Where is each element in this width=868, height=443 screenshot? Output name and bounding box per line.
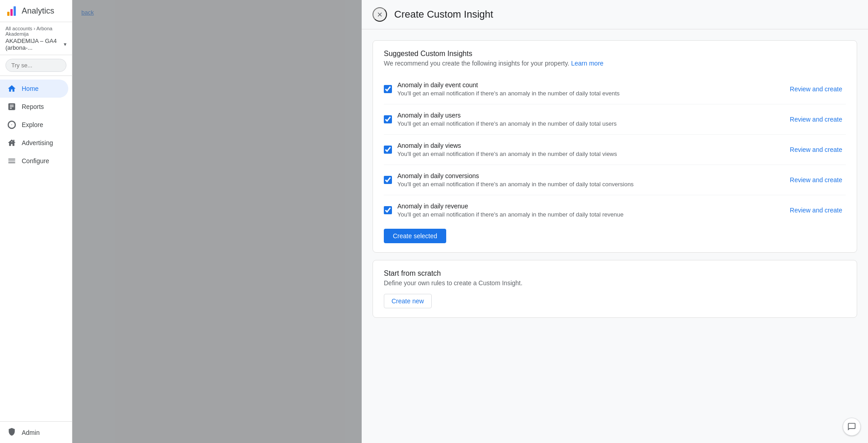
app-title: Analytics [22, 6, 54, 16]
explore-icon [7, 120, 16, 129]
svg-rect-2 [14, 6, 16, 16]
admin-button[interactable]: Admin [7, 427, 65, 438]
search-bar [0, 55, 72, 76]
review-create-btn-event-count[interactable]: Review and create [786, 84, 846, 94]
dialog-panel: × Create Custom Insight Suggested Custom… [362, 0, 868, 443]
dropdown-icon[interactable]: ▾ [64, 41, 66, 47]
review-create-btn-revenue[interactable]: Review and create [786, 205, 846, 216]
home-icon [7, 84, 16, 93]
nav-label-explore: Explore [22, 121, 43, 128]
scratch-desc: Define your own rules to create a Custom… [384, 279, 846, 287]
configure-icon [7, 156, 16, 165]
advertising-icon [7, 138, 16, 147]
insight-checkbox-revenue[interactable] [384, 206, 392, 214]
search-input[interactable] [5, 59, 66, 72]
insight-info-conversions: Anomaly in daily conversions You'll get … [397, 172, 781, 188]
property-row[interactable]: AKADEMIJA – GA4 (arbona-... ▾ [5, 38, 66, 51]
sidebar-header: Analytics [0, 0, 72, 22]
review-create-btn-users[interactable]: Review and create [786, 114, 846, 125]
create-selected-button[interactable]: Create selected [384, 229, 446, 243]
insight-info-event-count: Anomaly in daily event count You'll get … [397, 81, 781, 97]
insight-name-conversions: Anomaly in daily conversions [397, 172, 781, 179]
admin-icon [7, 427, 16, 438]
account-info[interactable]: All accounts › Arbona Akademija AKADEMIJ… [0, 22, 72, 55]
analytics-logo [5, 5, 18, 17]
dialog-body: Suggested Custom Insights We recommend y… [362, 29, 868, 329]
insight-desc-event-count: You'll get an email notification if ther… [397, 90, 781, 97]
insight-row-conversions: Anomaly in daily conversions You'll get … [384, 165, 846, 195]
insight-row-revenue: Anomaly in daily revenue You'll get an e… [384, 195, 846, 225]
insight-name-views: Anomaly in daily views [397, 142, 781, 149]
insight-name-event-count: Anomaly in daily event count [397, 81, 781, 89]
scratch-card: Start from scratch Define your own rules… [373, 260, 857, 318]
sidebar-item-reports[interactable]: Reports [0, 98, 68, 116]
admin-label: Admin [22, 429, 40, 436]
nav-menu: Home Reports Explore Advertising Configu… [0, 76, 72, 421]
sidebar-item-home[interactable]: Home [0, 80, 68, 98]
suggested-card-title: Suggested Custom Insights [384, 50, 846, 58]
sidebar: Analytics All accounts › Arbona Akademij… [0, 0, 72, 443]
insight-info-views: Anomaly in daily views You'll get an ema… [397, 142, 781, 157]
sidebar-bottom: Admin [0, 421, 72, 443]
insight-name-users: Anomaly in daily users [397, 112, 781, 119]
dialog-title: Create Custom Insight [394, 9, 493, 20]
insight-row-event-count: Anomaly in daily event count You'll get … [384, 74, 846, 104]
feedback-icon [847, 422, 856, 431]
insight-checkbox-conversions[interactable] [384, 176, 392, 184]
account-name-label: All accounts › Arbona Akademija [5, 26, 66, 37]
suggested-card-subtitle: We recommend you create the following in… [384, 60, 846, 67]
svg-rect-0 [7, 12, 9, 16]
insight-checkbox-users[interactable] [384, 115, 392, 123]
insight-desc-revenue: You'll get an email notification if ther… [397, 211, 781, 218]
feedback-button[interactable] [843, 418, 861, 436]
dialog-container: × Create Custom Insight Suggested Custom… [72, 0, 868, 443]
insight-desc-views: You'll get an email notification if ther… [397, 151, 781, 157]
review-create-btn-views[interactable]: Review and create [786, 144, 846, 155]
dialog-close-button[interactable]: × [373, 7, 387, 22]
insight-name-revenue: Anomaly in daily revenue [397, 203, 781, 210]
dialog-header: × Create Custom Insight [362, 0, 868, 29]
insight-row-views: Anomaly in daily views You'll get an ema… [384, 135, 846, 165]
scratch-title: Start from scratch [384, 269, 846, 278]
insight-checkbox-event-count[interactable] [384, 85, 392, 93]
insight-info-revenue: Anomaly in daily revenue You'll get an e… [397, 203, 781, 218]
insight-info-users: Anomaly in daily users You'll get an ema… [397, 112, 781, 127]
sidebar-item-advertising[interactable]: Advertising [0, 134, 68, 152]
insight-desc-conversions: You'll get an email notification if ther… [397, 181, 781, 188]
insight-list: Anomaly in daily event count You'll get … [384, 74, 846, 225]
sidebar-item-configure[interactable]: Configure [0, 152, 68, 170]
create-new-button[interactable]: Create new [384, 294, 432, 308]
reports-icon [7, 102, 16, 111]
property-name: AKADEMIJA – GA4 (arbona-... [5, 38, 62, 51]
insight-checkbox-views[interactable] [384, 146, 392, 154]
learn-more-link[interactable]: Learn more [571, 60, 604, 67]
suggested-insights-card: Suggested Custom Insights We recommend y… [373, 40, 857, 253]
nav-label-home: Home [22, 85, 38, 92]
nav-label-configure: Configure [22, 157, 49, 165]
insight-row-users: Anomaly in daily users You'll get an ema… [384, 104, 846, 135]
nav-label-reports: Reports [22, 103, 44, 110]
sidebar-item-explore[interactable]: Explore [0, 116, 68, 134]
nav-label-advertising: Advertising [22, 139, 53, 146]
svg-rect-1 [10, 9, 13, 16]
main-content: back × Create Custom Insight Suggested C… [72, 0, 868, 443]
review-create-btn-conversions[interactable]: Review and create [786, 174, 846, 185]
insight-desc-users: You'll get an email notification if ther… [397, 120, 781, 127]
